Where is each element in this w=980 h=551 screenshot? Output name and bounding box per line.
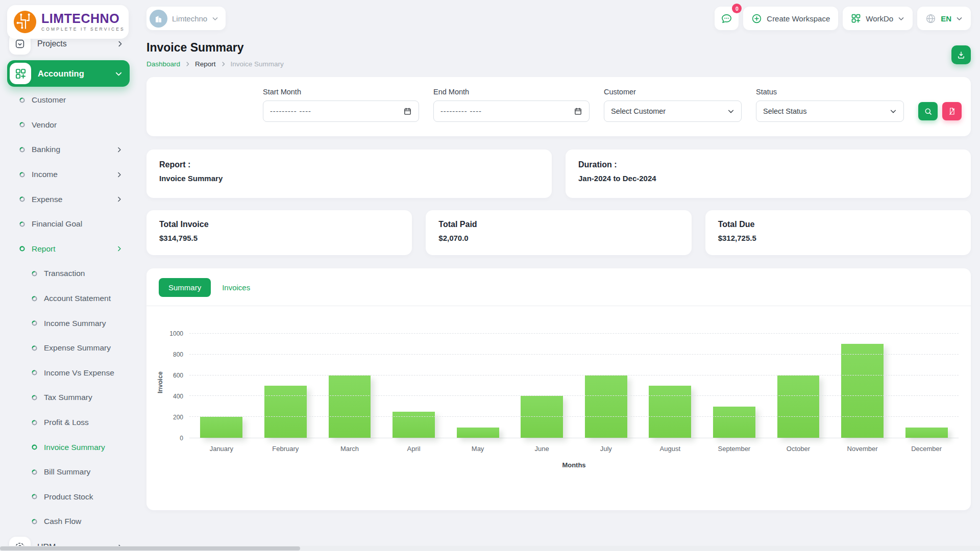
chart-xaxis-title: Months bbox=[189, 461, 959, 469]
bar-january[interactable] bbox=[200, 417, 242, 438]
bar-slot-august bbox=[638, 334, 702, 438]
total-value: $312,725.5 bbox=[718, 234, 958, 242]
bar-october[interactable] bbox=[777, 375, 820, 438]
chart-card: Summary Invoices Invoice 020040060080010… bbox=[146, 268, 971, 510]
workdo-menu-button[interactable]: WorkDo bbox=[843, 7, 913, 30]
sidebar-item-accounting[interactable]: Accounting bbox=[7, 60, 130, 87]
workspace-selector[interactable]: Limtechno bbox=[146, 7, 226, 30]
bar-july[interactable] bbox=[585, 375, 627, 438]
sidebar-item-label: Bill Summary bbox=[44, 467, 90, 477]
bullet-ring-icon bbox=[32, 320, 37, 326]
sidebar-item-financial-goal[interactable]: Financial Goal bbox=[7, 212, 130, 237]
gridline-400 bbox=[189, 395, 959, 396]
sidebar-menu: Projects Accounting bbox=[0, 32, 136, 551]
end-month-input[interactable]: --------- ---- bbox=[433, 101, 590, 122]
report-card: Report : Invoice Summary bbox=[146, 149, 552, 198]
sidebar-item-income-vs-expense[interactable]: Income Vs Expense bbox=[7, 361, 130, 386]
sidebar-item-transaction[interactable]: Transaction bbox=[7, 261, 130, 286]
sidebar-item-report[interactable]: Report bbox=[7, 237, 130, 262]
bar-slot-april bbox=[382, 334, 446, 438]
total-value: $2,070.0 bbox=[438, 234, 678, 242]
xlabel-march: March bbox=[317, 445, 382, 453]
chart-ylabel: Invoice bbox=[157, 371, 164, 393]
xlabel-january: January bbox=[189, 445, 254, 453]
tab-summary[interactable]: Summary bbox=[159, 278, 211, 297]
brand-tagline: COMPLETE IT SERVICES bbox=[41, 27, 125, 32]
sidebar-item-label: Cash Flow bbox=[44, 517, 81, 526]
sidebar-item-income[interactable]: Income bbox=[7, 162, 130, 187]
bar-march[interactable] bbox=[329, 375, 371, 438]
total-label: Total Invoice bbox=[159, 220, 399, 229]
sidebar-item-customer[interactable]: Customer bbox=[7, 88, 130, 113]
reset-filter-button[interactable] bbox=[942, 102, 962, 120]
chevron-right-icon bbox=[116, 146, 122, 153]
language-selector[interactable]: EN bbox=[917, 7, 971, 30]
xlabel-december: December bbox=[894, 445, 959, 453]
total-card-total-paid: Total Paid $2,070.0 bbox=[426, 210, 691, 255]
chevron-down-icon bbox=[115, 70, 122, 78]
bar-september[interactable] bbox=[713, 407, 755, 438]
chat-dots bbox=[721, 13, 732, 24]
breadcrumb-report[interactable]: Report bbox=[195, 60, 216, 68]
bar-slot-june bbox=[510, 334, 574, 438]
sidebar-item-profit-loss[interactable]: Profit & Loss bbox=[7, 410, 130, 435]
chevron-right-icon bbox=[185, 61, 190, 67]
sidebar-item-tax-summary[interactable]: Tax Summary bbox=[7, 385, 130, 410]
sidebar-item-expense[interactable]: Expense bbox=[7, 187, 130, 212]
sidebar-item-vendor[interactable]: Vendor bbox=[7, 113, 130, 138]
bar-april[interactable] bbox=[393, 412, 435, 438]
bullet-ring-icon bbox=[32, 271, 37, 277]
bullet-ring-icon bbox=[32, 345, 37, 351]
chevron-right-icon bbox=[116, 40, 124, 47]
end-month-group: End Month --------- ---- bbox=[433, 88, 590, 122]
scrollbar-thumb[interactable] bbox=[0, 546, 300, 550]
bar-december[interactable] bbox=[905, 428, 948, 438]
chart-plot-column: JanuaryFebruaryMarchAprilMayJuneJulyAugu… bbox=[189, 328, 959, 469]
file-slash-icon bbox=[948, 107, 956, 115]
customer-select[interactable]: Select Customer bbox=[604, 101, 742, 122]
sidebar-item-cash-flow[interactable]: Cash Flow bbox=[7, 509, 130, 534]
download-button[interactable] bbox=[951, 45, 971, 64]
sidebar-item-label: Expense bbox=[32, 195, 62, 204]
bar-slot-december bbox=[894, 334, 959, 438]
customer-label: Customer bbox=[604, 88, 742, 96]
sidebar-item-income-summary[interactable]: Income Summary bbox=[7, 311, 130, 336]
grid-plus-icon bbox=[851, 13, 861, 23]
chevron-down-icon bbox=[956, 15, 963, 22]
status-select[interactable]: Select Status bbox=[756, 101, 904, 122]
page-title: Invoice Summary bbox=[146, 41, 284, 55]
chevron-down-icon bbox=[727, 108, 734, 115]
bar-august[interactable] bbox=[649, 386, 691, 438]
end-month-label: End Month bbox=[433, 88, 590, 96]
sidebar-item-account-statement[interactable]: Account Statement bbox=[7, 286, 130, 311]
duration-label: Duration : bbox=[578, 160, 958, 169]
gridline-1000 bbox=[189, 333, 959, 334]
horizontal-scrollbar[interactable] bbox=[0, 546, 980, 551]
calendar-icon[interactable] bbox=[574, 107, 582, 116]
tab-invoices[interactable]: Invoices bbox=[217, 278, 255, 297]
sidebar-item-banking[interactable]: Banking bbox=[7, 137, 130, 162]
bullet-ring-icon bbox=[32, 469, 37, 475]
sidebar-item-bill-summary[interactable]: Bill Summary bbox=[7, 460, 130, 485]
ytick-600: 600 bbox=[173, 372, 183, 379]
chevron-right-icon bbox=[220, 61, 226, 67]
accounting-submenu: Customer Vendor bbox=[7, 88, 130, 261]
bar-may[interactable] bbox=[457, 428, 499, 438]
create-workspace-button[interactable]: Create Workspace bbox=[743, 7, 838, 30]
sidebar-item-product-stock[interactable]: Product Stock bbox=[7, 485, 130, 510]
breadcrumb-dashboard[interactable]: Dashboard bbox=[146, 60, 180, 68]
bar-june[interactable] bbox=[521, 396, 563, 438]
start-month-input[interactable]: --------- ---- bbox=[263, 101, 419, 122]
report-submenu: Transaction Account Statement bbox=[7, 261, 130, 534]
sidebar-item-invoice-summary[interactable]: Invoice Summary bbox=[7, 435, 130, 460]
create-workspace-label: Create Workspace bbox=[767, 14, 830, 23]
sidebar-item-expense-summary[interactable]: Expense Summary bbox=[7, 336, 130, 361]
bar-february[interactable] bbox=[264, 386, 307, 438]
sidebar-item-label: Expense Summary bbox=[44, 343, 111, 353]
calendar-icon[interactable] bbox=[403, 107, 412, 116]
search-button[interactable] bbox=[918, 102, 938, 120]
tabs: Summary Invoices bbox=[159, 278, 959, 297]
report-value: Invoice Summary bbox=[159, 174, 539, 183]
messages-button[interactable]: 0 bbox=[715, 7, 739, 30]
bar-november[interactable] bbox=[841, 344, 884, 438]
